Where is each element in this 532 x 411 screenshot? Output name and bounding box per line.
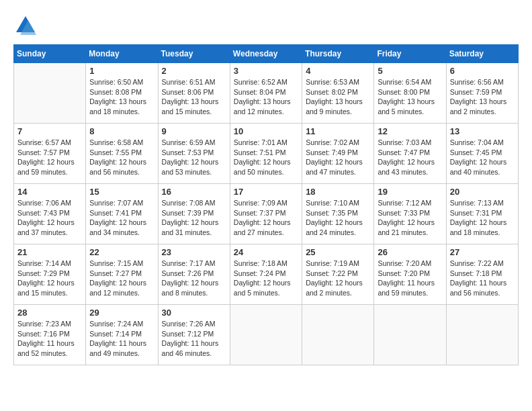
- logo-icon: [13, 13, 38, 38]
- calendar-cell: 30Sunrise: 7:26 AM Sunset: 7:12 PM Dayli…: [158, 305, 230, 365]
- day-number: 24: [234, 247, 298, 257]
- day-info: Sunrise: 6:56 AM Sunset: 7:59 PM Dayligh…: [450, 77, 515, 117]
- calendar-cell: 10Sunrise: 7:01 AM Sunset: 7:51 PM Dayli…: [230, 124, 302, 184]
- calendar-cell: 2Sunrise: 6:51 AM Sunset: 8:06 PM Daylig…: [158, 63, 230, 124]
- day-of-week-header: Saturday: [446, 45, 518, 63]
- day-number: 5: [378, 66, 442, 76]
- calendar-cell: 12Sunrise: 7:03 AM Sunset: 7:47 PM Dayli…: [374, 124, 446, 184]
- calendar-cell: 26Sunrise: 7:20 AM Sunset: 7:20 PM Dayli…: [374, 244, 446, 305]
- day-number: 26: [378, 247, 442, 257]
- day-number: 25: [306, 247, 370, 257]
- day-info: Sunrise: 7:09 AM Sunset: 7:37 PM Dayligh…: [234, 198, 298, 238]
- day-number: 30: [162, 308, 226, 318]
- calendar-cell: 24Sunrise: 7:18 AM Sunset: 7:24 PM Dayli…: [230, 244, 302, 305]
- day-info: Sunrise: 7:04 AM Sunset: 7:45 PM Dayligh…: [450, 138, 515, 177]
- day-number: 23: [162, 247, 226, 257]
- day-number: 14: [17, 187, 82, 197]
- day-info: Sunrise: 7:10 AM Sunset: 7:35 PM Dayligh…: [306, 198, 370, 238]
- day-number: 3: [234, 66, 298, 76]
- calendar-cell: 18Sunrise: 7:10 AM Sunset: 7:35 PM Dayli…: [302, 184, 374, 244]
- day-number: 21: [17, 247, 82, 257]
- day-number: 9: [162, 126, 226, 136]
- day-info: Sunrise: 6:59 AM Sunset: 7:53 PM Dayligh…: [162, 138, 226, 177]
- day-of-week-header: Friday: [374, 45, 446, 63]
- day-number: 17: [234, 187, 298, 197]
- day-info: Sunrise: 7:17 AM Sunset: 7:26 PM Dayligh…: [162, 259, 226, 298]
- day-info: Sunrise: 7:20 AM Sunset: 7:20 PM Dayligh…: [378, 259, 442, 298]
- day-of-week-header: Sunday: [14, 45, 86, 63]
- calendar-week-row: 21Sunrise: 7:14 AM Sunset: 7:29 PM Dayli…: [14, 244, 519, 305]
- calendar-cell: [14, 63, 86, 124]
- calendar-cell: 8Sunrise: 6:58 AM Sunset: 7:55 PM Daylig…: [86, 124, 158, 184]
- day-info: Sunrise: 6:51 AM Sunset: 8:06 PM Dayligh…: [162, 77, 226, 117]
- calendar-week-row: 14Sunrise: 7:06 AM Sunset: 7:43 PM Dayli…: [14, 184, 519, 244]
- day-number: 19: [378, 187, 442, 197]
- day-number: 28: [17, 308, 82, 318]
- day-info: Sunrise: 6:57 AM Sunset: 7:57 PM Dayligh…: [17, 138, 82, 177]
- day-info: Sunrise: 7:22 AM Sunset: 7:18 PM Dayligh…: [450, 259, 515, 298]
- day-info: Sunrise: 6:50 AM Sunset: 8:08 PM Dayligh…: [89, 77, 154, 117]
- day-of-week-header: Monday: [86, 45, 158, 63]
- calendar-cell: 3Sunrise: 6:52 AM Sunset: 8:04 PM Daylig…: [230, 63, 302, 124]
- calendar-cell: 14Sunrise: 7:06 AM Sunset: 7:43 PM Dayli…: [14, 184, 86, 244]
- day-number: 20: [450, 187, 515, 197]
- calendar-table: SundayMondayTuesdayWednesdayThursdayFrid…: [13, 44, 519, 365]
- calendar-header-row: SundayMondayTuesdayWednesdayThursdayFrid…: [14, 45, 519, 63]
- calendar-cell: [302, 305, 374, 365]
- day-info: Sunrise: 7:06 AM Sunset: 7:43 PM Dayligh…: [17, 198, 82, 238]
- day-number: 27: [450, 247, 515, 257]
- day-number: 1: [89, 66, 154, 76]
- calendar-cell: 23Sunrise: 7:17 AM Sunset: 7:26 PM Dayli…: [158, 244, 230, 305]
- day-info: Sunrise: 7:26 AM Sunset: 7:12 PM Dayligh…: [162, 319, 226, 359]
- calendar-week-row: 28Sunrise: 7:23 AM Sunset: 7:16 PM Dayli…: [14, 305, 519, 365]
- day-info: Sunrise: 7:24 AM Sunset: 7:14 PM Dayligh…: [89, 319, 154, 359]
- day-info: Sunrise: 7:15 AM Sunset: 7:27 PM Dayligh…: [89, 259, 154, 298]
- day-of-week-header: Wednesday: [230, 45, 302, 63]
- day-info: Sunrise: 6:52 AM Sunset: 8:04 PM Dayligh…: [234, 77, 298, 117]
- calendar-cell: 5Sunrise: 6:54 AM Sunset: 8:00 PM Daylig…: [374, 63, 446, 124]
- day-info: Sunrise: 7:12 AM Sunset: 7:33 PM Dayligh…: [378, 198, 442, 238]
- day-info: Sunrise: 7:14 AM Sunset: 7:29 PM Dayligh…: [17, 259, 82, 298]
- calendar-cell: 21Sunrise: 7:14 AM Sunset: 7:29 PM Dayli…: [14, 244, 86, 305]
- day-number: 29: [89, 308, 154, 318]
- day-info: Sunrise: 7:23 AM Sunset: 7:16 PM Dayligh…: [17, 319, 82, 359]
- calendar-cell: 13Sunrise: 7:04 AM Sunset: 7:45 PM Dayli…: [446, 124, 518, 184]
- calendar-cell: 6Sunrise: 6:56 AM Sunset: 7:59 PM Daylig…: [446, 63, 518, 124]
- calendar-cell: 15Sunrise: 7:07 AM Sunset: 7:41 PM Dayli…: [86, 184, 158, 244]
- day-info: Sunrise: 7:13 AM Sunset: 7:31 PM Dayligh…: [450, 198, 515, 238]
- calendar-cell: 25Sunrise: 7:19 AM Sunset: 7:22 PM Dayli…: [302, 244, 374, 305]
- day-number: 22: [89, 247, 154, 257]
- day-number: 4: [306, 66, 370, 76]
- calendar-cell: 1Sunrise: 6:50 AM Sunset: 8:08 PM Daylig…: [86, 63, 158, 124]
- calendar-cell: [374, 305, 446, 365]
- day-number: 18: [306, 187, 370, 197]
- day-number: 12: [378, 126, 442, 136]
- calendar-cell: 11Sunrise: 7:02 AM Sunset: 7:49 PM Dayli…: [302, 124, 374, 184]
- calendar-cell: 16Sunrise: 7:08 AM Sunset: 7:39 PM Dayli…: [158, 184, 230, 244]
- calendar-cell: 7Sunrise: 6:57 AM Sunset: 7:57 PM Daylig…: [14, 124, 86, 184]
- day-info: Sunrise: 7:07 AM Sunset: 7:41 PM Dayligh…: [89, 198, 154, 238]
- calendar-cell: 27Sunrise: 7:22 AM Sunset: 7:18 PM Dayli…: [446, 244, 518, 305]
- day-info: Sunrise: 6:53 AM Sunset: 8:02 PM Dayligh…: [306, 77, 370, 117]
- day-info: Sunrise: 7:01 AM Sunset: 7:51 PM Dayligh…: [234, 138, 298, 177]
- calendar-cell: 4Sunrise: 6:53 AM Sunset: 8:02 PM Daylig…: [302, 63, 374, 124]
- day-info: Sunrise: 6:54 AM Sunset: 8:00 PM Dayligh…: [378, 77, 442, 117]
- day-info: Sunrise: 7:19 AM Sunset: 7:22 PM Dayligh…: [306, 259, 370, 298]
- day-info: Sunrise: 6:58 AM Sunset: 7:55 PM Dayligh…: [89, 138, 154, 177]
- day-number: 6: [450, 66, 515, 76]
- calendar-cell: [446, 305, 518, 365]
- day-number: 2: [162, 66, 226, 76]
- calendar-cell: 20Sunrise: 7:13 AM Sunset: 7:31 PM Dayli…: [446, 184, 518, 244]
- calendar-week-row: 1Sunrise: 6:50 AM Sunset: 8:08 PM Daylig…: [14, 63, 519, 124]
- calendar-cell: 17Sunrise: 7:09 AM Sunset: 7:37 PM Dayli…: [230, 184, 302, 244]
- day-info: Sunrise: 7:08 AM Sunset: 7:39 PM Dayligh…: [162, 198, 226, 238]
- calendar-week-row: 7Sunrise: 6:57 AM Sunset: 7:57 PM Daylig…: [14, 124, 519, 184]
- calendar-cell: [230, 305, 302, 365]
- day-number: 8: [89, 126, 154, 136]
- day-info: Sunrise: 7:18 AM Sunset: 7:24 PM Dayligh…: [234, 259, 298, 298]
- calendar-cell: 9Sunrise: 6:59 AM Sunset: 7:53 PM Daylig…: [158, 124, 230, 184]
- calendar-cell: 22Sunrise: 7:15 AM Sunset: 7:27 PM Dayli…: [86, 244, 158, 305]
- day-number: 13: [450, 126, 515, 136]
- logo: [13, 13, 40, 38]
- day-info: Sunrise: 7:03 AM Sunset: 7:47 PM Dayligh…: [378, 138, 442, 177]
